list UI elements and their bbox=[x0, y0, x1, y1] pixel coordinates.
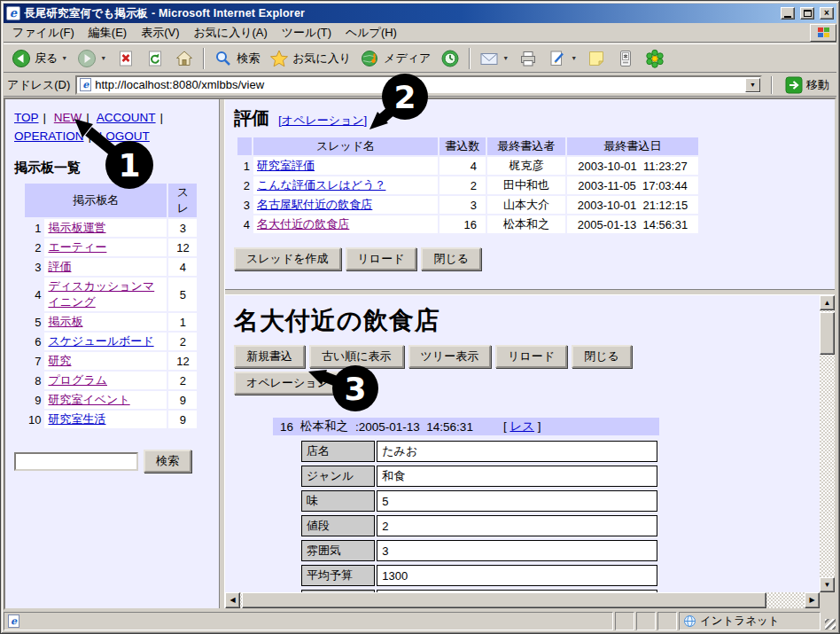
icq-button[interactable] bbox=[641, 46, 669, 71]
board-link[interactable]: 研究 bbox=[48, 354, 71, 367]
post-field-row: 値段 2 bbox=[301, 515, 657, 536]
board-number: 2 bbox=[25, 239, 43, 256]
windows-flag-icon bbox=[818, 27, 829, 37]
address-dropdown-button[interactable]: ▼ bbox=[745, 78, 760, 92]
thread-last-date: 2003-11-05 17:03:44 bbox=[567, 176, 698, 194]
nav-link[interactable]: ACCOUNT bbox=[97, 111, 156, 124]
resize-grip[interactable] bbox=[822, 612, 836, 630]
address-input[interactable] bbox=[95, 78, 742, 92]
scrollbar-thumb[interactable] bbox=[242, 592, 766, 608]
board-link[interactable]: 研究室イベント bbox=[48, 393, 129, 406]
history-clock-icon bbox=[440, 49, 460, 68]
home-button[interactable] bbox=[170, 46, 198, 71]
thread-link[interactable]: 研究室評価 bbox=[257, 159, 315, 172]
thread-link[interactable]: 名大付近の飲食店 bbox=[257, 217, 349, 231]
thread-view-action-button[interactable]: リロード bbox=[495, 345, 567, 368]
post-number: 16 bbox=[280, 420, 293, 434]
mail-button[interactable]: ▼ bbox=[475, 46, 513, 71]
board-thread-count: 5 bbox=[168, 278, 197, 311]
menu-help[interactable]: ヘルプ(H) bbox=[338, 23, 404, 43]
board-link[interactable]: ディスカッションマイニング bbox=[48, 279, 154, 309]
search-submit-button[interactable]: 検索 bbox=[144, 450, 191, 473]
thread-action-button[interactable]: スレッドを作成 bbox=[234, 247, 341, 270]
thread-view-action-button[interactable]: 新規書込 bbox=[234, 345, 305, 368]
search-button[interactable]: 検索 bbox=[209, 46, 264, 71]
menu-tools[interactable]: ツール(T) bbox=[275, 23, 338, 43]
media-label: メディア bbox=[384, 51, 431, 67]
menu-edit[interactable]: 編集(E) bbox=[82, 23, 134, 43]
board-link[interactable]: スケジュールボード bbox=[48, 334, 153, 348]
nav-link[interactable]: NEW bbox=[54, 111, 82, 124]
thread-link[interactable]: 名古屋駅付近の飲食店 bbox=[257, 198, 372, 211]
messenger-button[interactable] bbox=[611, 46, 640, 71]
board-thread-count: 2 bbox=[168, 333, 197, 350]
search-input[interactable] bbox=[14, 452, 138, 471]
thread-view-frame: 名大付近の飲食店 新規書込 古い順に表示 ツリー表示 リロード 閉じる オペレー… bbox=[225, 295, 820, 592]
chevron-down-icon: ▼ bbox=[750, 82, 756, 88]
scrollbar-thumb[interactable] bbox=[820, 312, 835, 355]
note-button[interactable] bbox=[582, 46, 611, 71]
thread-link[interactable]: こんな評価スレはどう？ bbox=[257, 178, 385, 192]
operation-link[interactable]: オペレーション bbox=[282, 113, 364, 127]
thread-action-button[interactable]: 閉じる bbox=[421, 247, 481, 270]
board-row: 8 プログラム 2 bbox=[25, 372, 197, 389]
mail-caret-icon[interactable]: ▼ bbox=[502, 55, 509, 61]
forward-button[interactable]: ▼ bbox=[73, 46, 111, 71]
horizontal-scrollbar[interactable]: ◀ ▶ bbox=[225, 592, 820, 608]
scroll-down-button[interactable]: ▼ bbox=[820, 577, 835, 592]
frame-divider-horizontal[interactable] bbox=[225, 289, 835, 295]
col-thread-name: スレッド名 bbox=[253, 137, 438, 155]
maximize-button[interactable] bbox=[800, 7, 814, 20]
thread-view-action-button[interactable]: ツリー表示 bbox=[408, 345, 492, 368]
thread-view-action-button[interactable]: 古い順に表示 bbox=[309, 345, 404, 368]
scroll-left-button[interactable]: ◀ bbox=[225, 592, 240, 608]
stop-button[interactable] bbox=[112, 46, 140, 71]
nav-link[interactable]: OPERATION bbox=[14, 129, 84, 143]
status-bar: e イントラネット bbox=[4, 610, 836, 630]
close-button[interactable]: × bbox=[820, 7, 834, 20]
thread-post-count: 16 bbox=[439, 215, 486, 233]
board-link[interactable]: 掲示板 bbox=[48, 315, 82, 328]
scroll-right-button[interactable]: ▶ bbox=[805, 592, 820, 608]
menu-file[interactable]: ファイル(F) bbox=[5, 23, 82, 43]
forward-caret-icon[interactable]: ▼ bbox=[100, 55, 106, 61]
board-link[interactable]: 評価 bbox=[48, 260, 71, 273]
menu-view[interactable]: 表示(V) bbox=[134, 23, 186, 43]
board-link[interactable]: プログラム bbox=[48, 373, 107, 387]
nav-link[interactable]: TOP bbox=[14, 111, 39, 124]
minimize-button[interactable] bbox=[781, 7, 795, 20]
print-button[interactable] bbox=[514, 46, 542, 71]
board-link[interactable]: 研究室生活 bbox=[48, 412, 105, 426]
thread-last-date: 2003-10-01 21:12:15 bbox=[567, 196, 698, 214]
thread-number: 3 bbox=[237, 196, 252, 214]
refresh-button[interactable] bbox=[141, 46, 169, 71]
history-button[interactable] bbox=[436, 46, 464, 71]
edit-button[interactable]: ▼ bbox=[543, 46, 581, 71]
document-icon: e bbox=[8, 614, 19, 628]
media-button[interactable]: メディア bbox=[356, 46, 435, 71]
col-board-name: 掲示板名 bbox=[25, 184, 167, 217]
board-row: 6 スケジュールボード 2 bbox=[25, 333, 197, 350]
edit-caret-icon[interactable]: ▼ bbox=[571, 55, 577, 61]
operation-button[interactable]: オペレーション bbox=[234, 372, 341, 395]
go-button[interactable]: 移動 bbox=[782, 74, 833, 96]
favorites-button[interactable]: お気に入り bbox=[265, 46, 355, 71]
thread-view-action-button[interactable]: 閉じる bbox=[572, 345, 632, 368]
go-arrow-icon bbox=[785, 76, 803, 94]
reply-link[interactable]: レス bbox=[509, 419, 534, 433]
menu-favorites[interactable]: お気に入り(A) bbox=[187, 23, 275, 43]
field-label: 平均予算 bbox=[301, 565, 375, 586]
thread-action-button[interactable]: リロード bbox=[346, 247, 417, 270]
back-button[interactable]: 戻る ▼ bbox=[7, 46, 72, 71]
nav-link[interactable]: LOGOUT bbox=[99, 129, 150, 143]
address-combo[interactable]: e ▼ bbox=[75, 75, 762, 95]
board-link[interactable]: エーティー bbox=[48, 240, 106, 254]
thread-actions: スレッドを作成 リロード 閉じる bbox=[234, 247, 826, 270]
back-caret-icon[interactable]: ▼ bbox=[61, 55, 67, 61]
board-link[interactable]: 掲示板運営 bbox=[48, 221, 105, 234]
page-icon: e bbox=[80, 78, 91, 91]
scroll-up-button[interactable]: ▲ bbox=[820, 295, 835, 310]
frame-divider-vertical[interactable] bbox=[219, 99, 225, 608]
post-block: 16 松本和之 :2005-01-13 14:56:31 [ レス ] 店名 た… bbox=[273, 418, 659, 592]
vertical-scrollbar[interactable]: ▲ ▼ bbox=[820, 295, 835, 592]
